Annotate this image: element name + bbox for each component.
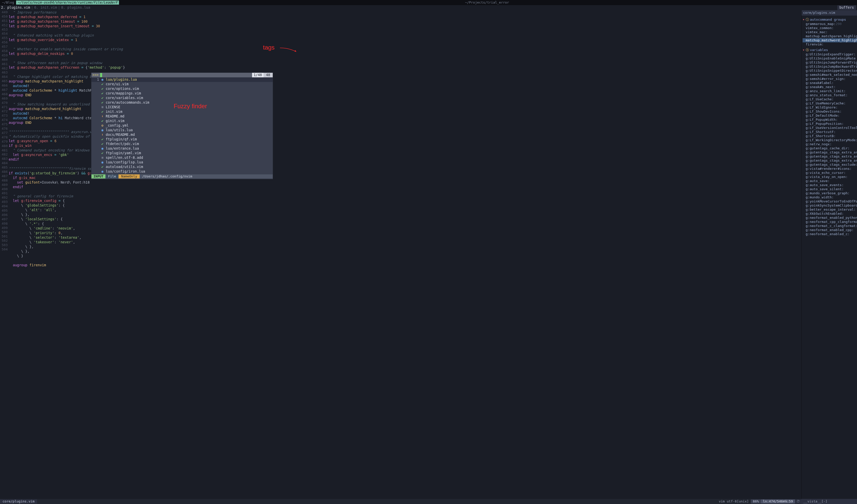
code-line[interactable]: \ 'selector': 'textarea', (9, 235, 801, 240)
sidebar-tag-item[interactable]: g:Lf_PopupWidth: (803, 118, 857, 122)
sidebar-tag-item[interactable]: g:neoformat_c_clangformat: (803, 224, 857, 228)
fuzzy-result-row[interactable]: ✔ ftplugin/yaml.vim (91, 151, 273, 155)
fuzzy-result-row[interactable]: ⬇ README.md (91, 114, 273, 119)
fuzzy-result-row[interactable]: ≡ LICENSE (91, 105, 273, 110)
code-line[interactable]: \ 'takeover': 'never', (9, 240, 801, 245)
code-line[interactable]: let g:firenvim_config = { (9, 199, 801, 203)
code-line[interactable]: let g:matchup_matchparen_deferred = 1 (9, 15, 801, 19)
code-line[interactable]: " general config for firenvim (9, 194, 801, 199)
sidebar-tag-item[interactable]: g:gutentags_ctags_extra_args (803, 154, 857, 158)
buffer-tab-active[interactable]: 2. plugins.vim (1, 5, 30, 10)
fuzzy-result-row[interactable]: ✔ ftdetect/pdc.vim (91, 142, 273, 146)
code-line[interactable]: " Show offscreen match pair in popup win… (9, 61, 801, 65)
sidebar-tag-item[interactable]: g:anzu_status_format: (803, 93, 857, 97)
code-line[interactable]: \ 'priority': 0, (9, 231, 801, 235)
sidebar-tag-item[interactable]: g:Lf_UseCache: (803, 97, 857, 101)
sidebar-tag-item[interactable]: matchup_matchword_highlight: (803, 38, 857, 43)
sidebar-tag-item[interactable]: g:sneak#s_next: (803, 85, 857, 89)
buffer-tab-3[interactable]: 8. plugins.lua (61, 5, 90, 10)
fuzzy-result-row[interactable]: ✔ ginit.vim (91, 119, 273, 123)
editor-pane[interactable]: 4494504514524534544554564574584594604614… (0, 10, 801, 499)
sidebar-tag-item[interactable]: g:anzu_search_limit: (803, 89, 857, 93)
sidebar-tag-item[interactable]: g:Lf_DefaultMode: (803, 114, 857, 118)
sidebar-tag-item[interactable]: g:auto_save_events: (803, 183, 857, 187)
fuzzy-result-row[interactable]: ✔ core/ui.vim (91, 82, 273, 87)
sidebar-tag-item[interactable]: g:Lf_ShortcutF: (803, 130, 857, 134)
sidebar-tag-item[interactable]: g:Lf_UseVersionControlTool: (803, 126, 857, 130)
sidebar-tag-item[interactable]: g:vista_stay_on_open: (803, 175, 857, 179)
fuzzy-results[interactable]: 1 ◉ lua/plugins.lua ✔ core/ui.vim ✔ core… (91, 77, 273, 174)
code-line[interactable] (9, 258, 801, 263)
sidebar-tag-item[interactable]: g:sneak#label: (803, 81, 857, 85)
sidebar-tag-item[interactable]: g:semshi#mark_selected_nodes (803, 73, 857, 77)
sidebar-tag-item[interactable]: g:auto_save: (803, 179, 857, 183)
code-line[interactable]: let g:matchup_delim_noskips = 0 (9, 52, 801, 56)
code-line[interactable]: \ 'globalSettings': { (9, 203, 801, 208)
sidebar-tag-item[interactable]: vimtex_common: (803, 26, 857, 30)
code-line[interactable]: " Whether to enable matching inside comm… (9, 47, 801, 52)
fuzzy-result-row[interactable]: ✔ autoload/utils.vim (91, 165, 273, 169)
sidebar-tag-item[interactable]: g:neoformat_enabled_cpp: (803, 228, 857, 232)
sidebar-tag-item[interactable]: g:better_escape_interval: (803, 207, 857, 212)
code-line[interactable]: \ '.*': { (9, 222, 801, 226)
code-line[interactable]: let g:matchup_matchparen_insert_timeout … (9, 24, 801, 29)
fuzzy-result-row[interactable]: ◉ lua/utils.lua (91, 128, 273, 133)
sidebar-group-variables[interactable]: ▾ⓧvariables (803, 48, 857, 52)
code-line[interactable] (9, 56, 801, 61)
code-line[interactable]: " Enhanced matching with matchup plugin (9, 33, 801, 38)
sidebar-tag-item[interactable]: g:mundo_width: (803, 195, 857, 199)
code-line[interactable]: \ }, (9, 213, 801, 217)
sidebar-tag-item[interactable]: g:vista_echo_cursor: (803, 171, 857, 175)
code-line[interactable]: set guifont=Iosevka\ Nerd\ Font:h18 (9, 180, 801, 185)
sidebar-tag-item[interactable]: g:yoinkSyncSystemClipboardOn (803, 203, 857, 207)
sidebar-tag-item[interactable]: g:UltiSnipsJumpBackwardTrigg (803, 65, 857, 69)
fuzzy-result-row[interactable]: ◉ lua/config/iron.lua (91, 169, 273, 174)
sidebar-tag-item[interactable]: g:yoinkMoveCursorToEndOfPast (803, 199, 857, 203)
code-line[interactable]: \ }, (9, 249, 801, 254)
code-line[interactable]: augroup firenvim (9, 263, 801, 268)
sidebar-tag-item[interactable]: g:neoformat_cpp_clangformat: (803, 220, 857, 224)
code-line[interactable]: let g:matchup_matchparen_timeout = 100 (9, 19, 801, 24)
code-line[interactable]: \ 'cmdline': 'neovim', (9, 226, 801, 231)
sidebar-tag-item[interactable]: g:UltiSnipsJumpForwardTrigge (803, 61, 857, 65)
sidebar-tag-item[interactable]: g:UltiSnipsEnableSnipMate (803, 56, 857, 61)
sidebar-tag-item[interactable]: g:XkbSwitchEnabled: (803, 212, 857, 216)
sidebar-tag-item[interactable]: g:netrw_nogx: (803, 142, 857, 146)
sidebar-tag-item[interactable]: g:gutentags_cache_dir: (803, 146, 857, 150)
buffer-tab-2[interactable]: 6. init.vim (34, 5, 57, 10)
sidebar-tag-item[interactable]: g:UltiSnipsExpandTrigger: (803, 52, 857, 56)
fuzzy-result-row[interactable]: ✔ ftplugin/qf.vim (91, 137, 273, 142)
fuzzy-finder-popup[interactable]: >>> 1/48 48 1 ◉ lua/plugins.lua ✔ core/u… (91, 73, 273, 179)
sidebar-tag-item[interactable]: g:Lf_WorkingDirectoryMode: (803, 138, 857, 142)
sidebar-tag-item[interactable]: g:neoformat_enabled_c: (803, 232, 857, 236)
sidebar-tag-item[interactable]: grammarous_map:290 (803, 22, 857, 26)
sidebar-tag-item[interactable]: firenvim: (803, 43, 857, 47)
fuzzy-result-row[interactable]: ◉ lua/config/lsp.lua (91, 160, 273, 165)
sidebar-tag-item[interactable]: g:UltiSnipsSnippetDirectorie (803, 69, 857, 73)
code-line[interactable]: \ 'alt': 'all', (9, 208, 801, 213)
sidebar-tag-item[interactable]: vimtex_mac: (803, 30, 857, 34)
code-line[interactable] (9, 43, 801, 47)
sidebar-tag-item[interactable]: g:Lf_UseMemoryCache: (803, 101, 857, 105)
fuzzy-finder-input-row[interactable]: >>> 1/48 48 (91, 73, 273, 77)
code-line[interactable]: let g:matchup_override_vimtex = 1 (9, 38, 801, 43)
vista-sidebar[interactable]: core/plugins.vim ▾ⓘautocommand groupsgra… (801, 10, 857, 499)
sidebar-group-autocmd[interactable]: ▾ⓘautocommand groups (803, 18, 857, 22)
code-line[interactable] (9, 29, 801, 33)
sidebar-body[interactable]: ▾ⓘautocommand groupsgrammarous_map:290vi… (802, 16, 857, 499)
sidebar-tag-item[interactable]: g:Lf_ShowDevIcons: (803, 110, 857, 114)
fuzzy-result-row[interactable]: 1 ◉ lua/plugins.lua (91, 77, 273, 82)
sidebar-tag-item[interactable]: g:vista#renderer#icons: (803, 167, 857, 171)
code-line[interactable] (9, 189, 801, 194)
sidebar-tag-item[interactable]: g:gutentags_ctags_extra_args (803, 150, 857, 154)
fuzzy-result-row[interactable]: ✔ core/autocommands.vim (91, 100, 273, 105)
fuzzy-result-row[interactable]: ✔ core/mappings.vim (91, 91, 273, 96)
sidebar-tag-item[interactable]: g:semshi#error_sign: (803, 77, 857, 81)
sidebar-tag-item[interactable]: g:neoformat_enabled_python: (803, 216, 857, 220)
fuzzy-result-row[interactable]: ⬇ docs/README.md (91, 133, 273, 137)
code-line[interactable]: \ } (9, 254, 801, 258)
code-line[interactable]: \ 'localSettings': { (9, 217, 801, 222)
fuzzy-result-row[interactable]: ≡ spell/en.utf-8.add (91, 155, 273, 160)
code-line[interactable]: " Improve performance (9, 10, 801, 15)
code-line[interactable]: \ }, (9, 245, 801, 249)
